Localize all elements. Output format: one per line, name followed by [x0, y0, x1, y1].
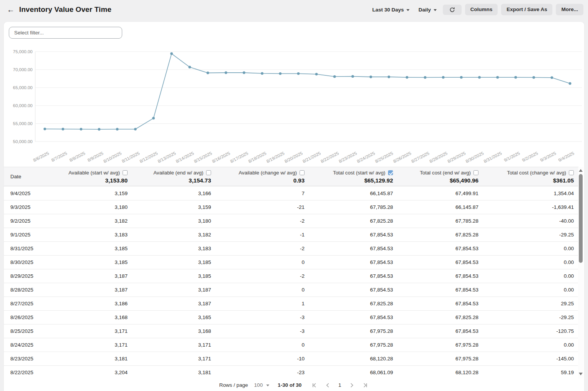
data-point: [406, 76, 408, 79]
table-row[interactable]: 8/27/20253,1863,187167,825.2867,854.5329…: [4, 297, 578, 311]
back-button[interactable]: ←: [5, 5, 18, 14]
cell-costStart: 67,975.28: [305, 342, 393, 348]
column-label: Total cost (change w/ avg): [507, 170, 566, 176]
table-row[interactable]: 8/25/20253,1713,168-367,975.2867,854.53-…: [4, 324, 578, 338]
column-aggregate: 0.93: [211, 177, 305, 184]
column-checkbox[interactable]: [388, 170, 393, 175]
cell-costStart: 67,854.53: [305, 259, 393, 265]
column-aggregate: 3,154.73: [128, 177, 211, 184]
scroll-up-button[interactable]: [578, 168, 583, 173]
table-row[interactable]: 8/29/20253,1873,185-267,854.5367,854.530…: [4, 269, 578, 283]
column-checkbox[interactable]: [569, 170, 574, 175]
cell-costEnd: 67,854.53: [393, 301, 478, 306]
column-label: Total cost (start w/ avg): [333, 170, 385, 176]
cell-costChange: 0.00: [478, 259, 574, 265]
x-axis-label: 8/24/2025: [356, 151, 376, 164]
first-page-button[interactable]: [311, 381, 318, 389]
cell-availChange: -21: [211, 204, 305, 210]
previous-page-button[interactable]: [324, 381, 332, 389]
table-row[interactable]: 9/3/20253,1803,159-2167,785.2866,145.87-…: [4, 200, 578, 214]
cell-availChange: -2: [211, 246, 305, 251]
more-button[interactable]: More...: [556, 4, 583, 15]
cell-availChange: -3: [211, 328, 305, 334]
column-checkbox[interactable]: [123, 170, 128, 175]
cell-availEnd: 3,187: [128, 301, 211, 306]
y-axis-label: 50,000.00: [13, 139, 33, 144]
columns-button[interactable]: Columns: [465, 4, 498, 15]
cell-availEnd: 3,171: [128, 356, 211, 362]
filter-input[interactable]: [9, 27, 122, 39]
cell-date: 8/22/2025: [4, 370, 61, 375]
chevron-down-icon: [406, 9, 409, 11]
date-range-dropdown[interactable]: Last 30 Days: [370, 5, 413, 15]
cell-availChange: -1: [211, 232, 305, 238]
column-checkbox[interactable]: [206, 170, 211, 175]
cell-costStart: 66,145.87: [305, 191, 393, 196]
data-point: [442, 76, 445, 79]
data-point: [152, 117, 155, 120]
data-point: [261, 72, 264, 75]
x-axis-label: 8/27/2025: [411, 151, 430, 164]
x-axis-label: 8/26/2025: [392, 151, 412, 164]
x-axis-label: 8/23/2025: [338, 151, 358, 164]
cell-costChange: 59.19: [478, 370, 574, 375]
cell-costEnd: 67,975.28: [393, 342, 478, 348]
x-axis-label: 8/16/2025: [211, 151, 231, 164]
column-aggregate: $65,129.92: [305, 177, 393, 184]
cell-costStart: 67,854.53: [305, 287, 393, 293]
chevron-right-icon: [349, 382, 355, 388]
table-row[interactable]: 8/30/20253,1853,185067,854.5367,854.530.…: [4, 256, 578, 269]
cell-date: 8/27/2025: [4, 301, 61, 306]
data-point: [478, 76, 481, 79]
cell-costChange: 29.25: [478, 301, 574, 306]
table-row[interactable]: 8/22/20253,2043,181-2368,061.0968,120.28…: [4, 366, 578, 379]
cell-date: 8/23/2025: [4, 356, 61, 362]
cell-availStart: 3,171: [61, 328, 128, 334]
data-point: [550, 76, 553, 79]
refresh-button[interactable]: [443, 5, 462, 15]
x-axis-label: 8/9/2025: [87, 151, 104, 163]
last-page-button[interactable]: [361, 381, 369, 389]
x-axis-label: 8/31/2025: [483, 151, 503, 164]
cell-costStart: 67,854.53: [305, 232, 393, 238]
pagination-bar: Rows / page 100 1-30 of 30 1: [4, 379, 584, 391]
data-point: [98, 128, 100, 131]
granularity-dropdown[interactable]: Daily: [416, 5, 439, 15]
column-checkbox[interactable]: [300, 170, 305, 175]
cell-date: 8/26/2025: [4, 314, 61, 320]
table-row[interactable]: 8/24/20253,1713,171067,975.2867,975.280.…: [4, 338, 578, 352]
next-page-button[interactable]: [348, 381, 355, 389]
cell-costChange: 0.00: [478, 273, 574, 279]
table-row[interactable]: 8/26/20253,1683,165-367,854.5367,825.28-…: [4, 311, 578, 324]
column-aggregate: 3,153.80: [61, 177, 128, 184]
column-header-costChange: Total cost (change w/ avg)$361.05: [478, 167, 574, 186]
content-card: 75,000.0070,000.0065,000.0060,000.0055,0…: [4, 22, 584, 391]
data-point: [80, 128, 82, 130]
column-header-availStart: Available (start w/ avg)3,153.80: [61, 167, 128, 186]
table-row[interactable]: 8/23/20253,1813,171-1068,120.2867,975.28…: [4, 352, 578, 366]
rows-per-page-dropdown[interactable]: 100: [254, 382, 269, 388]
current-page-number: 1: [337, 382, 342, 388]
data-point: [62, 128, 64, 130]
table-row[interactable]: 8/31/20253,1853,183-267,854.5367,854.530…: [4, 242, 578, 256]
column-checkbox[interactable]: [473, 170, 478, 175]
table-row[interactable]: 9/2/20253,1823,180-267,825.2867,785.28-4…: [4, 214, 578, 228]
line-series: [45, 54, 570, 129]
table-row[interactable]: 9/1/20253,1833,182-167,854.5367,825.28-2…: [4, 228, 578, 242]
cell-availEnd: 3,165: [128, 314, 211, 320]
cell-availEnd: 3,159: [128, 204, 211, 210]
export-save-button[interactable]: Export / Save As: [501, 4, 552, 15]
data-point: [224, 72, 227, 74]
table-row[interactable]: 9/4/20253,1593,166766,145.8767,499.911,3…: [4, 187, 578, 200]
data-point: [134, 128, 137, 130]
data-point: [44, 128, 46, 130]
scroll-down-button[interactable]: [578, 371, 583, 376]
table-scrollbar[interactable]: [578, 167, 583, 378]
cell-costEnd: 67,854.53: [393, 328, 478, 334]
top-bar: ← Inventory Value Over Time Last 30 Days…: [0, 0, 588, 19]
scrollbar-thumb[interactable]: [579, 174, 583, 263]
cell-availStart: 3,171: [61, 342, 128, 348]
column-header-availChange: Available (change w/ avg)0.93: [211, 167, 305, 186]
x-axis-label: 9/3/2025: [539, 151, 557, 163]
table-row[interactable]: 8/28/20253,1873,187067,854.5367,854.530.…: [4, 283, 578, 297]
